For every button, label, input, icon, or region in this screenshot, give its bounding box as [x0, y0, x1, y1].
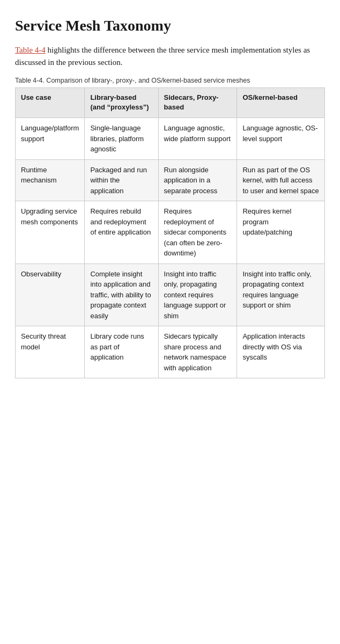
intro-paragraph: Table 4-4 highlights the difference betw…: [15, 44, 325, 69]
table-row: Upgrading service mesh componentsRequire…: [16, 201, 325, 264]
cell-library-0: Single-language libraries, platform agno…: [85, 118, 158, 160]
table-row: Runtime mechanismPackaged and run within…: [16, 159, 325, 201]
cell-library-1: Packaged and run within the application: [85, 159, 158, 201]
table-header-row: Use case Library-based (and “proxyless”)…: [16, 87, 325, 118]
cell-oskernel-2: Requires kernel program update/patching: [237, 201, 325, 264]
col-header-sidecar: Sidecars, Proxy-based: [158, 87, 237, 118]
cell-sidecar-3: Insight into traffic only, propagating c…: [158, 264, 237, 326]
cell-oskernel-0: Language agnostic, OS-level support: [237, 118, 325, 160]
cell-usecase-2: Upgrading service mesh components: [16, 201, 85, 264]
table-row: Security threat modelLibrary code runs a…: [16, 326, 325, 378]
table-link[interactable]: Table 4-4: [15, 46, 46, 54]
cell-usecase-0: Language/platform support: [16, 118, 85, 160]
table-caption: Table 4-4. Comparison of library-, proxy…: [15, 77, 325, 84]
cell-sidecar-1: Run alongside application in a separate …: [158, 159, 237, 201]
col-header-library: Library-based (and “proxyless”): [85, 87, 158, 118]
col-header-usecase: Use case: [16, 87, 85, 118]
cell-library-2: Requires rebuild and redeployment of ent…: [85, 201, 158, 264]
comparison-table: Use case Library-based (and “proxyless”)…: [15, 87, 325, 379]
cell-sidecar-2: Requires redeployment of sidecar compone…: [158, 201, 237, 264]
table-row: ObservabilityComplete insight into appli…: [16, 264, 325, 326]
page-title: Service Mesh Taxonomy: [15, 17, 325, 34]
cell-usecase-4: Security threat model: [16, 326, 85, 378]
cell-library-3: Complete insight into application and tr…: [85, 264, 158, 326]
table-row: Language/platform supportSingle-language…: [16, 118, 325, 160]
cell-sidecar-0: Language agnostic, wide platform support: [158, 118, 237, 160]
cell-usecase-3: Observability: [16, 264, 85, 326]
col-header-oskernel: OS/kernel-based: [237, 87, 325, 118]
cell-library-4: Library code runs as part of application: [85, 326, 158, 378]
cell-usecase-1: Runtime mechanism: [16, 159, 85, 201]
cell-sidecar-4: Sidecars typically share process and net…: [158, 326, 237, 378]
cell-oskernel-4: Application interacts directly with OS v…: [237, 326, 325, 378]
cell-oskernel-3: Insight into traffic only, propagating c…: [237, 264, 325, 326]
cell-oskernel-1: Run as part of the OS kernel, with full …: [237, 159, 325, 201]
intro-text: highlights the difference between the th…: [15, 46, 310, 67]
